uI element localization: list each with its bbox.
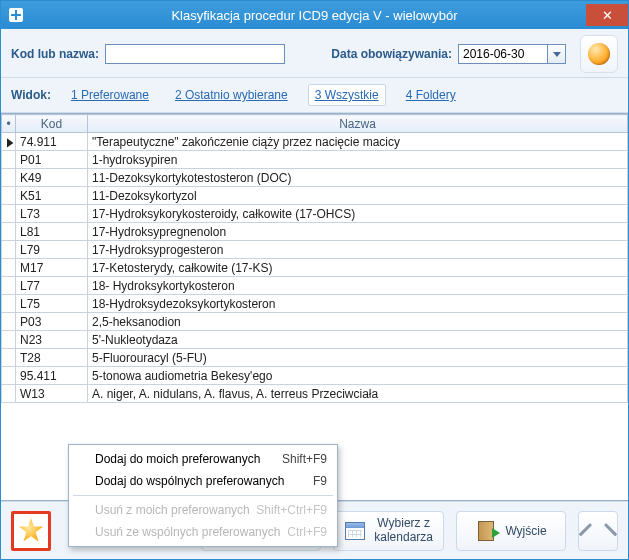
calendar-button[interactable]: Wybierz zkalendarza [333, 511, 444, 551]
titlebar: Klasyfikacja procedur ICD9 edycja V - wi… [1, 1, 628, 29]
door-icon [475, 520, 497, 542]
window-title: Klasyfikacja procedur ICD9 edycja V - wi… [1, 8, 628, 23]
cell-kod: T28 [16, 349, 88, 367]
cell-kod: L75 [16, 295, 88, 313]
row-marker [2, 313, 16, 331]
tools-icon [587, 520, 609, 542]
row-marker [2, 349, 16, 367]
star-icon [18, 518, 44, 544]
cell-nazwa: 5-tonowa audiometria Bekesy'ego [88, 367, 628, 385]
view-label: Widok: [11, 88, 51, 102]
table-row[interactable]: T285-Fluorouracyl (5-FU) [2, 349, 628, 367]
row-marker [2, 367, 16, 385]
cell-kod: L73 [16, 205, 88, 223]
cell-kod: L79 [16, 241, 88, 259]
cell-nazwa: 1-hydroksypiren [88, 151, 628, 169]
favorites-button[interactable] [11, 511, 51, 551]
cell-kod: L77 [16, 277, 88, 295]
cell-kod: N23 [16, 331, 88, 349]
row-marker [2, 385, 16, 403]
table-row[interactable]: L8117-Hydroksypregnenolon [2, 223, 628, 241]
cell-kod: K51 [16, 187, 88, 205]
table-row[interactable]: N235'-Nukleotydaza [2, 331, 628, 349]
context-menu: Dodaj do moich preferowanych Shift+F9 Do… [68, 444, 338, 547]
cell-kod: M17 [16, 259, 88, 277]
table-row[interactable]: P011-hydroksypiren [2, 151, 628, 169]
table-row[interactable]: K5111-Dezoksykortyzol [2, 187, 628, 205]
calendar-icon [344, 520, 366, 542]
table-row[interactable]: L7317-Hydroksykorykosteroidy, całkowite … [2, 205, 628, 223]
tools-button[interactable] [578, 511, 618, 551]
menu-add-my-pref[interactable]: Dodaj do moich preferowanych Shift+F9 [71, 448, 335, 470]
tab-ostatnio[interactable]: 2 Ostatnio wybierane [169, 85, 294, 105]
table-row[interactable]: M1717-Ketosterydy, całkowite (17-KS) [2, 259, 628, 277]
cell-nazwa: 11-Dezoksykortykotestosteron (DOC) [88, 169, 628, 187]
chevron-down-icon [553, 52, 561, 57]
grid: • Kod Nazwa ▶74.911"Terapeutyczne" zakoń… [1, 113, 628, 501]
cell-nazwa: 18- Hydroksykortykosteron [88, 277, 628, 295]
tab-foldery[interactable]: 4 Foldery [400, 85, 462, 105]
row-marker [2, 295, 16, 313]
row-marker: ▶ [2, 133, 16, 151]
row-marker [2, 151, 16, 169]
col-nazwa[interactable]: Nazwa [88, 115, 628, 133]
svg-rect-2 [11, 14, 21, 16]
table-row[interactable]: L7518-Hydroksydezoksykortykosteron [2, 295, 628, 313]
row-marker [2, 259, 16, 277]
row-marker [2, 169, 16, 187]
cell-kod: L81 [16, 223, 88, 241]
calendar-button-label: Wybierz zkalendarza [374, 517, 433, 543]
cell-kod: 74.911 [16, 133, 88, 151]
row-marker [2, 205, 16, 223]
target-icon [588, 43, 610, 65]
table-row[interactable]: L7917-Hydroksyprogesteron [2, 241, 628, 259]
col-kod[interactable]: Kod [16, 115, 88, 133]
date-input[interactable] [458, 44, 548, 64]
row-marker [2, 187, 16, 205]
table-row[interactable]: K4911-Dezoksykortykotestosteron (DOC) [2, 169, 628, 187]
cell-nazwa: "Terapeutyczne" zakończenie ciąży przez … [88, 133, 628, 151]
table-row[interactable]: W13A. niger, A. nidulans, A. flavus, A. … [2, 385, 628, 403]
menu-remove-shared-pref: Usuń ze wspólnych preferowanych Ctrl+F9 [71, 521, 335, 543]
table-row[interactable]: 95.4115-tonowa audiometria Bekesy'ego [2, 367, 628, 385]
cell-nazwa: 17-Hydroksykorykosteroidy, całkowite (17… [88, 205, 628, 223]
table-row[interactable]: P032,5-heksanodion [2, 313, 628, 331]
cell-nazwa: A. niger, A. nidulans, A. flavus, A. ter… [88, 385, 628, 403]
exit-button[interactable]: Wyjście [456, 511, 566, 551]
cell-nazwa: 5'-Nukleotydaza [88, 331, 628, 349]
row-marker [2, 241, 16, 259]
close-icon: ✕ [602, 8, 613, 23]
close-button[interactable]: ✕ [586, 4, 628, 26]
menu-add-shared-pref[interactable]: Dodaj do wspólnych preferowanych F9 [71, 470, 335, 492]
code-input[interactable] [105, 44, 285, 64]
col-marker[interactable]: • [2, 115, 16, 133]
cell-nazwa: 11-Dezoksykortyzol [88, 187, 628, 205]
tab-wszystkie[interactable]: 3 Wszystkie [308, 84, 386, 106]
cell-kod: K49 [16, 169, 88, 187]
cell-nazwa: 17-Hydroksypregnenolon [88, 223, 628, 241]
search-toolbar: Kod lub nazwa: Data obowiązywania: [1, 29, 628, 78]
row-marker [2, 223, 16, 241]
cell-kod: P03 [16, 313, 88, 331]
cell-nazwa: 17-Ketosterydy, całkowite (17-KS) [88, 259, 628, 277]
cell-kod: 95.411 [16, 367, 88, 385]
exit-button-label: Wyjście [505, 524, 546, 538]
cell-kod: W13 [16, 385, 88, 403]
cell-nazwa: 2,5-heksanodion [88, 313, 628, 331]
menu-remove-my-pref: Usuń z moich preferowanych Shift+Ctrl+F9 [71, 499, 335, 521]
table-row[interactable]: ▶74.911"Terapeutyczne" zakończenie ciąży… [2, 133, 628, 151]
cell-nazwa: 17-Hydroksyprogesteron [88, 241, 628, 259]
menu-separator [73, 495, 333, 496]
row-marker [2, 331, 16, 349]
table-row[interactable]: L7718- Hydroksykortykosteron [2, 277, 628, 295]
view-tabs: Widok: 1 Preferowane 2 Ostatnio wybieran… [1, 78, 628, 113]
table: • Kod Nazwa ▶74.911"Terapeutyczne" zakoń… [1, 114, 628, 403]
action-round-button[interactable] [580, 35, 618, 73]
row-marker [2, 277, 16, 295]
date-dropdown-button[interactable] [548, 44, 566, 64]
code-label: Kod lub nazwa: [11, 47, 99, 61]
tab-preferowane[interactable]: 1 Preferowane [65, 85, 155, 105]
cell-nazwa: 18-Hydroksydezoksykortykosteron [88, 295, 628, 313]
cell-nazwa: 5-Fluorouracyl (5-FU) [88, 349, 628, 367]
date-label: Data obowiązywania: [331, 47, 452, 61]
